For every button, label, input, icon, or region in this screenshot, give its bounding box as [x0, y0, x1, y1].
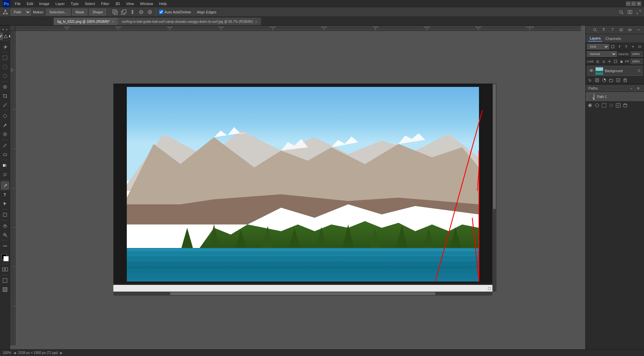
mini-panel-expand[interactable]: ≡: [5, 28, 8, 31]
search-icon-top[interactable]: [618, 9, 625, 15]
tool-healing[interactable]: [1, 112, 9, 120]
paths-fill[interactable]: [587, 102, 593, 108]
layer-delete[interactable]: [622, 77, 628, 83]
menu-help[interactable]: Help: [157, 1, 170, 6]
tab-channels[interactable]: Channels: [604, 36, 622, 41]
paths-new[interactable]: [615, 102, 621, 108]
combine-shapes-icon[interactable]: [112, 9, 118, 15]
menu-type[interactable]: Type: [68, 1, 82, 6]
tool-eraser[interactable]: [1, 150, 9, 159]
right-icon-eye[interactable]: [627, 27, 633, 33]
close-button[interactable]: ✕: [637, 1, 641, 6]
lock-all[interactable]: [619, 58, 624, 64]
tool-eyedropper[interactable]: [1, 101, 9, 109]
selection-button[interactable]: Selection...: [46, 9, 70, 15]
tab-bg-tv-close[interactable]: ✕: [112, 20, 114, 23]
paths-delete[interactable]: [622, 102, 628, 108]
lock-position[interactable]: [607, 58, 612, 64]
maximize-button[interactable]: □: [631, 1, 636, 6]
tool-pen[interactable]: [0, 33, 3, 40]
menu-3d[interactable]: 3D: [113, 1, 123, 6]
layers-icon-5[interactable]: [637, 44, 643, 50]
layers-kind-select[interactable]: Kind: [587, 44, 609, 49]
fill-input[interactable]: [631, 59, 643, 64]
right-icon-t2[interactable]: T: [609, 27, 616, 33]
tool-brush[interactable]: [1, 121, 9, 130]
lock-transparent[interactable]: [595, 58, 600, 64]
tool-marquee-ellipse[interactable]: [1, 62, 9, 71]
path-1-item[interactable]: Path 1: [586, 92, 644, 101]
tool-screen-mode[interactable]: [1, 276, 9, 285]
main-canvas[interactable]: mi: [113, 84, 492, 292]
menu-edit[interactable]: Edit: [24, 1, 36, 6]
color-boxes[interactable]: [1, 254, 9, 261]
right-icon-t[interactable]: T: [600, 27, 607, 33]
tool-type[interactable]: T: [1, 190, 9, 199]
tab-layers[interactable]: Layers: [588, 36, 602, 42]
tool-dodge[interactable]: [1, 170, 9, 179]
status-arrow-right[interactable]: ▶: [60, 351, 63, 355]
tool-more[interactable]: [1, 242, 9, 250]
scrollbar-v-thumb[interactable]: [493, 84, 496, 209]
scrollbar-horizontal[interactable]: [113, 292, 492, 296]
menu-view[interactable]: View: [123, 1, 137, 6]
tool-quick-select[interactable]: [1, 83, 9, 91]
menu-window[interactable]: Window: [137, 1, 156, 6]
tool-screen-mode-2[interactable]: [1, 285, 9, 294]
menu-image[interactable]: Image: [37, 1, 52, 6]
layer-new[interactable]: [615, 77, 621, 83]
tool-pen-active[interactable]: [1, 181, 9, 190]
paths-header-menu[interactable]: [635, 85, 641, 91]
tool-path-select[interactable]: [1, 199, 9, 208]
menu-file[interactable]: File: [12, 1, 23, 6]
paths-load-selection[interactable]: [601, 102, 607, 108]
tab-surfing[interactable]: surfing-in-bali-guide-bali-surf-camp-ulu…: [118, 18, 261, 25]
right-search-icon[interactable]: [592, 27, 598, 33]
tool-shape[interactable]: [1, 210, 9, 219]
lock-image[interactable]: [601, 58, 606, 64]
scrollbar-h-thumb[interactable]: [170, 292, 435, 295]
tab-bg-tv[interactable]: bg_tv_0321.png @ 100% (RGB/8)* ✕: [54, 18, 118, 25]
subtract-front-icon[interactable]: [120, 9, 127, 15]
layer-mode-select[interactable]: Normal: [587, 51, 617, 57]
auto-add-delete-checkbox[interactable]: Auto Add/Delete: [159, 10, 191, 14]
layers-icon-2[interactable]: T: [616, 44, 623, 50]
tool-clone[interactable]: [1, 130, 9, 139]
gear-icon-2[interactable]: [147, 9, 153, 15]
layer-adjustment[interactable]: [601, 77, 607, 83]
paths-header-collapse[interactable]: [628, 85, 634, 91]
tool-zoom[interactable]: [1, 231, 9, 239]
menu-layer[interactable]: Layer: [53, 1, 67, 6]
layer-group[interactable]: [608, 77, 614, 83]
right-icon-collapse[interactable]: [635, 27, 642, 33]
tool-move[interactable]: [1, 42, 9, 51]
panel-toggle-icon[interactable]: [627, 9, 633, 15]
layer-fx[interactable]: fx: [587, 77, 593, 83]
gear-icon-1[interactable]: [138, 9, 145, 15]
tool-crop[interactable]: [1, 92, 9, 100]
expand-icon[interactable]: [635, 9, 642, 15]
layers-icon-4[interactable]: [630, 44, 636, 50]
status-arrow-left[interactable]: ◀: [13, 351, 16, 355]
tool-marquee-rect[interactable]: [1, 53, 9, 62]
lock-artboard[interactable]: [613, 58, 618, 64]
mask-button[interactable]: Mask: [72, 9, 87, 15]
tool-gradient[interactable]: [1, 161, 9, 170]
tool-lasso[interactable]: [1, 71, 9, 80]
menu-filter[interactable]: Filter: [98, 1, 112, 6]
mini-panel-close[interactable]: ✕: [2, 28, 5, 31]
shape-button[interactable]: Shape: [89, 9, 106, 15]
tab-surfing-close[interactable]: ✕: [255, 20, 258, 23]
paths-stroke[interactable]: [594, 102, 600, 108]
tool-pen-alt[interactable]: [4, 33, 8, 40]
layer-mask[interactable]: [594, 77, 600, 83]
paths-make-mask[interactable]: [608, 102, 614, 108]
layer-background[interactable]: Background: [587, 66, 643, 76]
tool-history-brush[interactable]: [1, 141, 9, 150]
right-icon-list[interactable]: [618, 27, 625, 33]
layers-icon-3[interactable]: T: [623, 44, 629, 50]
minimize-button[interactable]: —: [626, 1, 631, 6]
tool-hand[interactable]: [1, 221, 9, 230]
tool-quick-mask[interactable]: [1, 265, 9, 274]
scrollbar-vertical[interactable]: [492, 84, 496, 292]
